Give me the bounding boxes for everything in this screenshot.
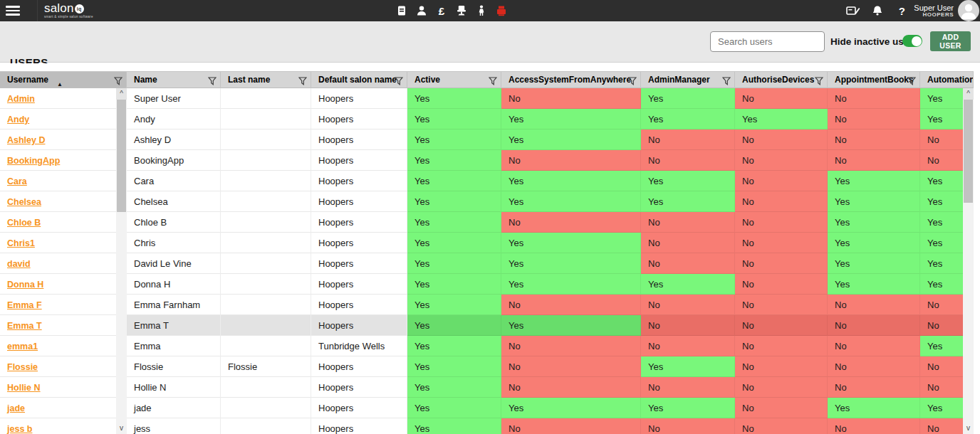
- username-link[interactable]: Chelsea: [7, 197, 41, 207]
- table-row[interactable]: AndyAndyHoopersYesYesYesYesNoYes: [0, 109, 980, 129]
- username-link[interactable]: jade: [7, 403, 25, 413]
- table-row[interactable]: Emma TEmma THoopersYesYesNoNoNoNo: [0, 315, 980, 336]
- salon-chair-icon[interactable]: [452, 0, 471, 21]
- table-row[interactable]: Chris1ChrisHoopersYesYesNoNoYesYes: [0, 233, 980, 253]
- cell-name: David Le Vine: [127, 253, 221, 274]
- username-link[interactable]: Admin: [7, 94, 35, 104]
- menu-icon[interactable]: [6, 6, 20, 16]
- toggle-knob: [912, 36, 922, 46]
- cell-username: Flossie: [0, 356, 116, 377]
- filter-icon[interactable]: [907, 75, 916, 88]
- column-header-admin[interactable]: AdminManager: [641, 72, 735, 88]
- cell-active: Yes: [407, 418, 501, 434]
- username-link[interactable]: david: [7, 259, 31, 269]
- table-row[interactable]: jadejadeHoopersYesYesYesNoYesYes: [0, 398, 980, 418]
- table-row[interactable]: FlossieFlossieFlossieHoopersYesNoYesNoNo…: [0, 356, 980, 377]
- table-row[interactable]: Emma FEmma FarnhamHoopersYesNoNoNoNoNo: [0, 295, 980, 315]
- cell-name: Cara: [127, 171, 221, 191]
- scroll-up-icon[interactable]: ^: [963, 88, 974, 100]
- table-row[interactable]: CaraCaraHoopersYesYesYesNoYesYes: [0, 171, 980, 191]
- users-table: Username▲NameLast nameDefault salon name…: [0, 71, 980, 434]
- scroll-up-icon[interactable]: ^: [116, 88, 127, 100]
- table-row[interactable]: Chloe BChloe BHoopersYesNoNoNoYesYes: [0, 212, 980, 233]
- pos-device-icon[interactable]: [841, 0, 865, 21]
- till-icon[interactable]: [491, 0, 511, 21]
- cell-authorise: No: [735, 171, 828, 191]
- filter-icon[interactable]: [489, 75, 497, 88]
- cell-salon: Hoopers: [311, 377, 407, 398]
- table-row[interactable]: Donna HDonna HHoopersYesYesYesNoYesYes: [0, 274, 980, 295]
- stylist-icon[interactable]: [471, 0, 491, 21]
- column-label: AccessSystemFromAnywhere: [509, 75, 631, 85]
- filter-icon[interactable]: [114, 75, 123, 88]
- cell-name: jess: [127, 418, 221, 434]
- cell-username: Chloe B: [0, 212, 116, 233]
- cell-username: Chelsea: [0, 191, 116, 212]
- cell-name: Donna H: [127, 274, 221, 295]
- notifications-bell-icon[interactable]: [865, 0, 890, 21]
- scroll-down-icon[interactable]: v: [963, 423, 974, 434]
- table-row[interactable]: emma1EmmaTunbridge WellsYesNoNoNoNoYes: [0, 336, 980, 356]
- scrollbar-thumb[interactable]: [117, 100, 126, 212]
- add-user-button[interactable]: ADD USER: [930, 31, 971, 51]
- cell-last_name: [221, 418, 311, 434]
- username-link[interactable]: emma1: [7, 342, 38, 351]
- avatar[interactable]: [958, 0, 979, 21]
- sales-pound-icon[interactable]: £: [432, 0, 452, 21]
- column-header-salon[interactable]: Default salon name: [311, 72, 407, 88]
- username-link[interactable]: Hollie N: [7, 383, 41, 393]
- column-header-active[interactable]: Active: [407, 72, 501, 88]
- filter-icon[interactable]: [395, 75, 403, 88]
- table-row[interactable]: jess bjessHoopersYesNoNoNoNoNo: [0, 418, 980, 434]
- column-header-username[interactable]: Username▲: [0, 72, 127, 88]
- username-link[interactable]: Chloe B: [7, 218, 41, 228]
- filter-icon[interactable]: [722, 75, 731, 88]
- cell-last_name: [221, 171, 311, 191]
- filter-icon[interactable]: [208, 75, 217, 88]
- table-row[interactable]: davidDavid Le VineHoopersYesYesNoNoYesYe…: [0, 253, 980, 274]
- username-link[interactable]: Emma T: [7, 321, 42, 331]
- help-icon[interactable]: ?: [890, 0, 914, 21]
- username-link[interactable]: Donna H: [7, 280, 43, 290]
- cell-username: david: [0, 253, 116, 274]
- cell-access: No: [501, 336, 641, 356]
- column-header-last_name[interactable]: Last name: [221, 72, 311, 88]
- column-header-automation[interactable]: Automation: [920, 72, 974, 88]
- cell-access: Yes: [501, 233, 641, 253]
- user-menu[interactable]: Super User HOOPERS: [914, 4, 954, 18]
- username-link[interactable]: Cara: [7, 176, 27, 186]
- table-scrollbar[interactable]: ^ v: [963, 88, 974, 434]
- topbar-divider: [37, 0, 38, 21]
- column-header-authorise[interactable]: AuthoriseDevices: [735, 72, 828, 88]
- clients-icon[interactable]: [412, 0, 432, 21]
- column-header-appointment[interactable]: AppointmentBooks: [828, 72, 920, 88]
- filter-icon[interactable]: [815, 75, 823, 88]
- frozen-column-scrollbar[interactable]: ^ v: [116, 88, 127, 434]
- cell-authorise: No: [735, 418, 828, 434]
- cell-salon: Hoopers: [311, 356, 407, 377]
- username-link[interactable]: jess b: [7, 424, 32, 434]
- app-logo[interactable]: saloniq smart & simple salon software: [44, 2, 93, 18]
- cell-authorise: No: [735, 377, 828, 398]
- table-row[interactable]: ChelseaChelseaHoopersYesYesYesNoYesYes: [0, 191, 980, 212]
- table-row[interactable]: Ashley DAshley DHoopersYesYesNoNoNoNo: [0, 129, 980, 150]
- scroll-down-icon[interactable]: v: [116, 423, 127, 434]
- filter-icon[interactable]: [628, 75, 637, 88]
- username-link[interactable]: Ashley D: [7, 135, 46, 145]
- username-link[interactable]: BookingApp: [7, 156, 60, 166]
- column-header-name[interactable]: Name: [127, 72, 221, 88]
- filter-icon[interactable]: [298, 75, 307, 88]
- column-header-access[interactable]: AccessSystemFromAnywhere: [501, 72, 641, 88]
- table-row[interactable]: Hollie NHollie NHoopersYesNoNoNoNoNo: [0, 377, 980, 398]
- scrollbar-thumb[interactable]: [964, 100, 973, 203]
- cell-admin: Yes: [641, 274, 735, 295]
- table-row[interactable]: AdminSuper UserHoopersYesNoYesNoNoYes: [0, 88, 980, 109]
- search-input[interactable]: [710, 31, 825, 52]
- table-row[interactable]: BookingAppBookingAppHoopersYesNoNoNoNoNo: [0, 150, 980, 171]
- username-link[interactable]: Flossie: [7, 362, 38, 372]
- username-link[interactable]: Chris1: [7, 238, 35, 248]
- username-link[interactable]: Emma F: [7, 300, 42, 310]
- appointments-book-icon[interactable]: [392, 0, 412, 21]
- username-link[interactable]: Andy: [7, 115, 29, 125]
- hide-inactive-toggle[interactable]: [902, 35, 922, 47]
